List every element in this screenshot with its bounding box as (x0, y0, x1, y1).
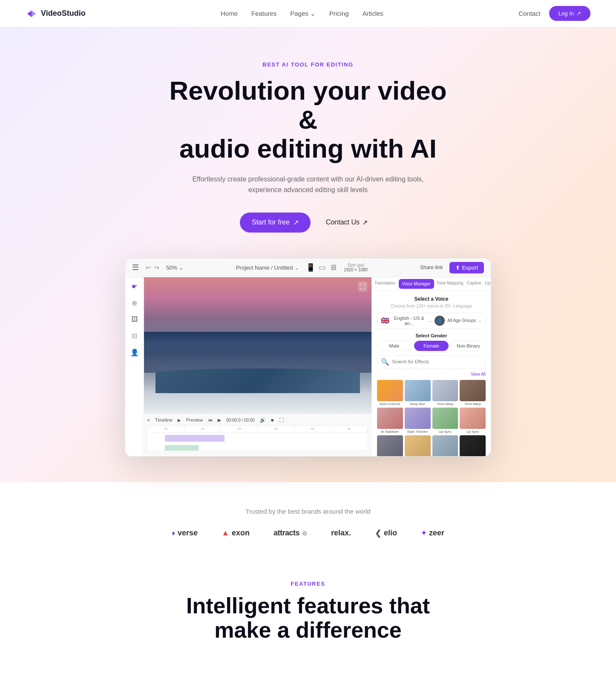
nav-contact[interactable]: Contact (518, 10, 541, 17)
verse-icon: ♦ (172, 529, 175, 537)
desktop-icon[interactable]: 🖥 (329, 263, 337, 272)
brand-verse-name: verse (178, 529, 198, 538)
hero-title: Revolution your video & audio editing wi… (159, 76, 457, 164)
export-button[interactable]: ⬆ Export (449, 262, 484, 273)
video-canvas: ⛶ (144, 277, 371, 414)
tab-caption[interactable]: Caption (465, 277, 483, 290)
brand-relax: relax. (331, 529, 351, 538)
voice-card-2[interactable]: Deep Blur (405, 380, 431, 406)
arrow-icon: ↗ (576, 10, 581, 17)
logo-text: VideoStudio (41, 9, 86, 18)
voice-card-8[interactable]: Lip Sync (460, 408, 486, 434)
hero-badge: BEST AI TOOL FOR EDITING (26, 61, 590, 68)
voice-card-image (377, 408, 403, 429)
share-link[interactable]: Share link (420, 264, 443, 270)
chevron-down-icon: ⌄ (179, 264, 184, 271)
voice-card-12[interactable]: Dizzy (460, 435, 486, 456)
section-subtitle: Choose from 120+ voices in 20+ Language (377, 304, 486, 308)
seek-start-icon[interactable]: ⏮ (208, 417, 213, 423)
logo[interactable]: VideoStudio (26, 8, 86, 20)
timeline-clip[interactable] (165, 435, 225, 442)
contact-us-button[interactable]: Contact Us ↗ (317, 213, 376, 233)
mobile-icon[interactable]: 📱 (306, 263, 315, 272)
nav-home[interactable]: Home (221, 10, 238, 17)
brands-section: Trusted by the best brands around the wo… (0, 482, 616, 555)
voice-card-label: Time Warp (460, 402, 486, 406)
view-all-link[interactable]: View All (377, 372, 486, 377)
login-button[interactable]: Log In ↗ (549, 6, 590, 21)
brand-exon: ▲ exon (222, 529, 250, 538)
voice-card-11[interactable]: Dizzy (432, 435, 458, 456)
stop-icon[interactable]: ■ (271, 417, 274, 423)
volume-icon[interactable]: 🔊 (260, 417, 266, 423)
preview-icon: ▶ (178, 418, 181, 423)
nav-links: Home Features Pages ⌄ Pricing Articles (221, 10, 383, 17)
scene-water (155, 368, 360, 393)
fullscreen-icon[interactable]: ⛶ (279, 417, 284, 423)
zoom-icon[interactable]: ⊕ (132, 299, 137, 307)
undo-icon[interactable]: ↩ (146, 264, 151, 271)
export-icon: ⬆ (455, 264, 460, 271)
chevron-down-icon: ⌄ (310, 10, 316, 17)
menu-icon[interactable]: ☰ (132, 263, 139, 272)
video-scene (144, 277, 371, 414)
gender-nonbinary[interactable]: Non-Binary (451, 341, 486, 351)
voice-card-9[interactable]: AI Noise Redn (377, 435, 403, 456)
gender-male[interactable]: Male (377, 341, 412, 351)
voice-card-10[interactable]: 3D Object Instn (405, 435, 431, 456)
gender-label: Select Gender (377, 333, 486, 338)
tab-tone-mapping[interactable]: Tone Mapping (435, 277, 465, 290)
tool-sidebar: ☛ ⊕ 🖼 ⊟ 👤 (125, 277, 144, 456)
timeline-track-2 (148, 444, 368, 451)
brand-relax-name: relax. (331, 529, 351, 538)
search-input[interactable] (392, 359, 482, 364)
start-free-button[interactable]: Start for free ↗ (240, 213, 311, 233)
voice-card-5[interactable]: AI Stabilizer (377, 408, 403, 434)
voice-card-3[interactable]: Time Warp (432, 380, 458, 406)
voice-card-image (432, 408, 458, 429)
tab-lip-sync[interactable]: Lip Sync (483, 277, 491, 290)
voice-card-6[interactable]: Style Transfer (405, 408, 431, 434)
features-section: FEATURES Intelligent features that make … (0, 555, 616, 651)
timeline-area: ≡ Timeline ▶ Preview ⏮ ▶ 00:00.0 / 00:00… (144, 414, 371, 456)
voice-card-1[interactable]: Auto-Colorize (377, 380, 403, 406)
voice-card-image (460, 408, 486, 429)
timeline-clip-2[interactable] (165, 445, 199, 451)
play-icon[interactable]: ▶ (218, 417, 221, 423)
voice-card-label: Auto-Colorize (377, 402, 403, 406)
tablet-icon[interactable]: ▭ (319, 263, 326, 272)
nav-features[interactable]: Features (251, 10, 276, 17)
timeline-label: Timeline (155, 417, 173, 423)
voice-card-7[interactable]: Lip Sync (432, 408, 458, 434)
timeline-controls: ≡ Timeline ▶ Preview ⏮ ▶ 00:00.0 / 00:00… (147, 417, 368, 423)
layers-icon[interactable]: ⊟ (132, 332, 137, 340)
voice-card-label: Lip Sync (432, 430, 458, 434)
zoom-control[interactable]: 50% ⌄ (166, 264, 184, 271)
hero-buttons: Start for free ↗ Contact Us ↗ (26, 213, 590, 233)
tab-translation[interactable]: Translation (372, 277, 398, 290)
person-icon[interactable]: 👤 (130, 348, 139, 356)
mockup-topbar: ☰ ↩ ↪ 50% ⌄ Project Name / Untitled ⌄ 📱 … (125, 259, 491, 277)
nav-pages-dropdown[interactable]: Pages ⌄ (290, 10, 316, 17)
attracts-icon: ⊙ (302, 530, 307, 537)
cursor-icon[interactable]: ☛ (132, 282, 138, 290)
voice-language-selector[interactable]: 🇬🇧 English - US & an... ⌄ 👤 All Age Grou… (377, 313, 486, 329)
effects-search[interactable]: 🔍 (377, 355, 486, 368)
image-icon[interactable]: 🖼 (131, 316, 138, 323)
device-selector: 📱 ▭ 🖥 (306, 263, 337, 272)
voice-card-4[interactable]: Time Warp (460, 380, 486, 406)
project-name: Project Name / Untitled ⌄ (236, 264, 299, 271)
nav-articles[interactable]: Articles (363, 10, 383, 17)
redo-icon[interactable]: ↪ (154, 264, 159, 271)
gender-female[interactable]: Female (414, 341, 449, 351)
expand-icon[interactable]: ⛶ (358, 282, 367, 292)
nav-pricing[interactable]: Pricing (329, 10, 349, 17)
mockup-body: ☛ ⊕ 🖼 ⊟ 👤 ⛶ ≡ (125, 277, 491, 456)
brand-zeer-name: zeer (429, 529, 444, 538)
brands-title: Trusted by the best brands around the wo… (26, 508, 590, 515)
exon-icon: ▲ (222, 529, 229, 538)
timeline-grid: 0s 1s 2s 3s 4s 5s (147, 426, 368, 451)
hero-section: BEST AI TOOL FOR EDITING Revolution your… (0, 27, 616, 482)
app-mockup: ☰ ↩ ↪ 50% ⌄ Project Name / Untitled ⌄ 📱 … (125, 258, 491, 457)
tab-voice-manager[interactable]: Voice Manager (399, 279, 434, 289)
